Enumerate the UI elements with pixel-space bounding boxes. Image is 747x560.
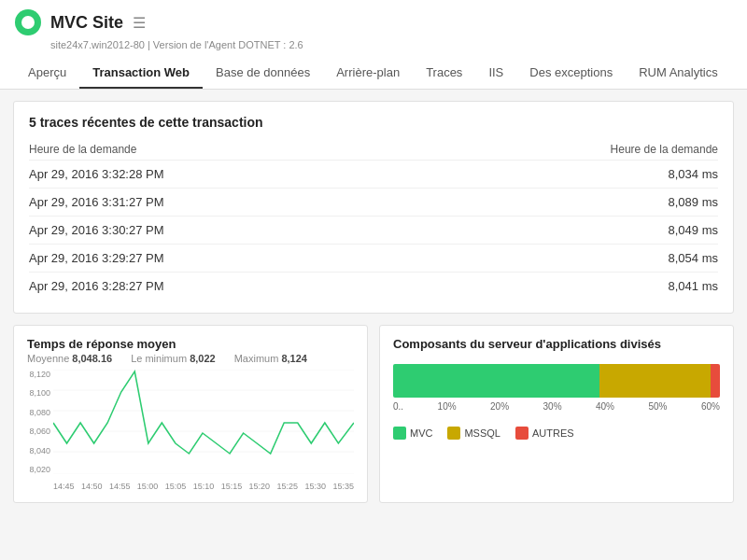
x-label: 14:50 [81,482,103,491]
bar-segment-mvc [393,364,599,398]
bar-x-label: 20% [490,401,509,412]
chart-stat: Moyenne 8,048.16 [27,353,112,364]
site-subtitle: site24x7.win2012-80 | Version de l'Agent… [50,39,732,50]
stat-label: Maximum [234,353,279,364]
legend-item-mssql: MSSQL [447,427,500,440]
col-header-response: Heure de la demande [412,139,718,161]
table-row[interactable]: Apr 29, 2016 3:31:27 PM 8,089 ms [29,189,718,217]
legend-item-autres: AUTRES [515,427,574,440]
nav-tabs: AperçuTransaction WebBase de donnéesArri… [15,58,732,89]
trace-time: Apr 29, 2016 3:31:27 PM [29,189,412,217]
chart-x-labels: 14:4514:5014:5515:0015:0515:1015:1515:20… [53,482,354,491]
stat-value: 8,124 [281,353,307,364]
header: MVC Site ☰ site24x7.win2012-80 | Version… [0,0,747,90]
menu-icon[interactable]: ☰ [133,14,146,32]
legend: MVC MSSQL AUTRES [393,427,720,440]
y-tick: 8,060 [29,427,50,436]
legend-label: MSSQL [464,427,500,439]
chart-stats: Moyenne 8,048.16Le minimum 8,022Maximum … [27,353,354,364]
stat-value: 8,048.16 [72,353,112,364]
trace-response: 8,041 ms [412,273,718,301]
trace-response: 8,054 ms [412,245,718,273]
x-label: 15:00 [137,482,159,491]
site-status-icon [15,9,41,35]
table-row[interactable]: Apr 29, 2016 3:32:28 PM 8,034 ms [29,161,718,189]
x-label: 15:15 [221,482,243,491]
tab-iis[interactable]: IIS [475,58,516,89]
bottom-row: Temps de réponse moyen Moyenne 8,048.16L… [13,325,734,503]
x-label: 15:25 [277,482,299,491]
x-label: 14:45 [53,482,75,491]
trace-time: Apr 29, 2016 3:28:27 PM [29,273,412,301]
legend-label: MVC [410,427,432,439]
bar-x-label: 60% [701,401,720,412]
x-label: 14:55 [109,482,131,491]
stat-label: Le minimum [131,353,187,364]
legend-color [393,427,406,440]
components-title: Composants du serveur d'applications div… [393,337,720,351]
trace-response: 8,049 ms [412,217,718,245]
bar-x-labels: 0..10%20%30%40%50%60% [393,401,720,412]
y-tick: 8,020 [29,465,50,474]
main-content: 5 traces récentes de cette transaction H… [0,90,747,514]
bar-segment-mssql [599,364,711,398]
y-tick: 8,080 [29,408,50,417]
col-header-time: Heure de la demande [29,139,412,161]
y-tick: 8,120 [29,370,50,379]
chart-area: 8,1208,1008,0808,0608,0408,020 [27,370,354,491]
stat-value: 8,022 [190,353,216,364]
bar-container: 0..10%20%30%40%50%60% [393,364,720,412]
bar-x-label: 30% [543,401,562,412]
trace-time: Apr 29, 2016 3:30:27 PM [29,217,412,245]
trace-response: 8,089 ms [412,189,718,217]
x-label: 15:30 [304,482,326,491]
table-row[interactable]: Apr 29, 2016 3:28:27 PM 8,041 ms [29,273,718,301]
table-row[interactable]: Apr 29, 2016 3:29:27 PM 8,054 ms [29,245,718,273]
y-tick: 8,100 [29,388,50,398]
bar-track [393,364,720,398]
site-icon-inner [21,16,35,29]
bar-x-label: 50% [648,401,667,412]
trace-response: 8,034 ms [412,161,718,189]
legend-item-mvc: MVC [393,427,432,440]
x-label: 15:35 [332,482,354,491]
legend-color [447,427,460,440]
y-tick: 8,040 [29,446,50,455]
bar-x-label: 10% [438,401,457,412]
traces-table: Heure de la demande Heure de la demande … [29,139,718,300]
tab-arriere-plan[interactable]: Arrière-plan [323,58,413,89]
bar-x-label: 0.. [393,401,403,412]
trace-time: Apr 29, 2016 3:29:27 PM [29,245,412,273]
x-label: 15:10 [193,482,215,491]
chart-y-ticks: 8,1208,1008,0808,0608,0408,020 [27,370,53,474]
trace-time: Apr 29, 2016 3:32:28 PM [29,161,412,189]
tab-base-donnees[interactable]: Base de données [203,58,323,89]
line-chart-svg [53,370,354,474]
chart-title: Temps de réponse moyen [27,337,354,351]
tab-rum-analytics[interactable]: RUM Analytics [626,58,731,89]
bar-segment-autres [711,364,721,398]
legend-color [515,427,529,440]
traces-card: 5 traces récentes de cette transaction H… [13,101,734,314]
tab-traces[interactable]: Traces [413,58,475,89]
x-label: 15:20 [249,482,271,491]
tab-transaction-web[interactable]: Transaction Web [79,58,203,89]
site-title: MVC Site [50,13,123,33]
bar-x-label: 40% [596,401,614,412]
table-row[interactable]: Apr 29, 2016 3:30:27 PM 8,049 ms [29,217,718,245]
legend-label: AUTRES [532,427,574,439]
chart-svg-wrapper [53,370,354,474]
x-label: 15:05 [165,482,187,491]
chart-stat: Le minimum 8,022 [131,353,216,364]
header-top: MVC Site ☰ [15,9,732,35]
components-chart-card: Composants du serveur d'applications div… [379,325,734,503]
chart-stat: Maximum 8,124 [234,353,307,364]
tab-apercu[interactable]: Aperçu [15,58,79,89]
tab-exceptions[interactable]: Des exceptions [516,58,626,89]
stat-label: Moyenne [27,353,69,364]
response-chart-card: Temps de réponse moyen Moyenne 8,048.16L… [13,325,368,503]
traces-card-title: 5 traces récentes de cette transaction [29,115,718,130]
